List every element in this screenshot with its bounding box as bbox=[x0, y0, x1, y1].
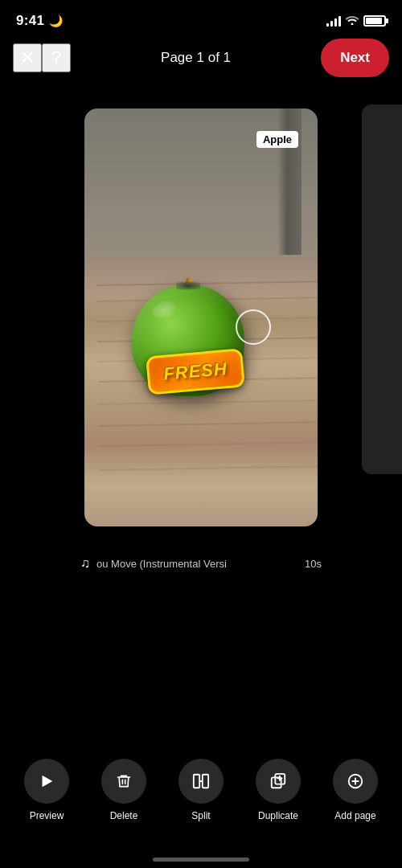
svg-rect-2 bbox=[203, 775, 208, 788]
home-indicator bbox=[153, 858, 249, 862]
wifi-icon bbox=[346, 14, 359, 27]
next-button[interactable]: Next bbox=[321, 39, 389, 77]
duplicate-button[interactable] bbox=[256, 759, 301, 804]
add-page-icon bbox=[347, 772, 364, 790]
svg-marker-0 bbox=[43, 776, 53, 788]
music-note-icon: ♫ bbox=[80, 556, 90, 571]
music-bar: ♫ ou Move (Instrumental Versi 10s bbox=[0, 550, 402, 574]
nav-bar: ✕ ? Page 1 of 1 Next bbox=[0, 35, 402, 80]
preview-label: Preview bbox=[30, 810, 64, 821]
music-info: ♫ ou Move (Instrumental Versi bbox=[80, 556, 227, 571]
next-slide-preview bbox=[362, 104, 402, 474]
split-button[interactable] bbox=[178, 759, 224, 804]
preview-button[interactable] bbox=[24, 759, 69, 804]
help-button[interactable]: ? bbox=[42, 43, 71, 72]
svg-rect-1 bbox=[194, 775, 199, 788]
toolbar: Preview Delete Split Du bbox=[0, 746, 402, 828]
toolbar-item-preview[interactable]: Preview bbox=[18, 759, 75, 821]
delete-button[interactable] bbox=[101, 759, 146, 804]
battery-icon bbox=[363, 15, 386, 27]
page-indicator: Page 1 of 1 bbox=[71, 50, 321, 66]
canvas-area: Apple FRESH bbox=[0, 80, 402, 547]
status-icons bbox=[326, 14, 386, 27]
toolbar-item-split[interactable]: Split bbox=[173, 759, 229, 821]
split-icon bbox=[192, 772, 210, 790]
duplicate-label: Duplicate bbox=[258, 810, 298, 821]
add-page-button[interactable] bbox=[333, 759, 378, 804]
play-icon bbox=[38, 772, 55, 790]
status-bar: 9:41 🌙 bbox=[0, 0, 402, 35]
split-label: Split bbox=[191, 810, 210, 821]
toolbar-item-delete[interactable]: Delete bbox=[96, 759, 152, 821]
trash-icon bbox=[116, 772, 132, 790]
add-page-label: Add page bbox=[334, 810, 375, 821]
apple-label-tag: Apple bbox=[256, 131, 298, 148]
circle-overlay bbox=[236, 309, 271, 345]
toolbar-item-add-page[interactable]: Add page bbox=[327, 759, 384, 821]
moon-icon: 🌙 bbox=[49, 14, 63, 27]
duplicate-icon bbox=[269, 772, 287, 790]
close-button[interactable]: ✕ bbox=[13, 43, 42, 72]
delete-label: Delete bbox=[110, 810, 138, 821]
signal-icon bbox=[326, 15, 341, 27]
apple-shine bbox=[150, 298, 178, 321]
fresh-text: FRESH bbox=[162, 358, 228, 385]
toolbar-item-duplicate[interactable]: Duplicate bbox=[250, 759, 306, 821]
music-title: ou Move (Instrumental Versi bbox=[96, 558, 227, 570]
status-time: 9:41 bbox=[16, 13, 44, 29]
music-duration: 10s bbox=[305, 558, 322, 570]
slide-card[interactable]: Apple FRESH bbox=[84, 108, 318, 526]
